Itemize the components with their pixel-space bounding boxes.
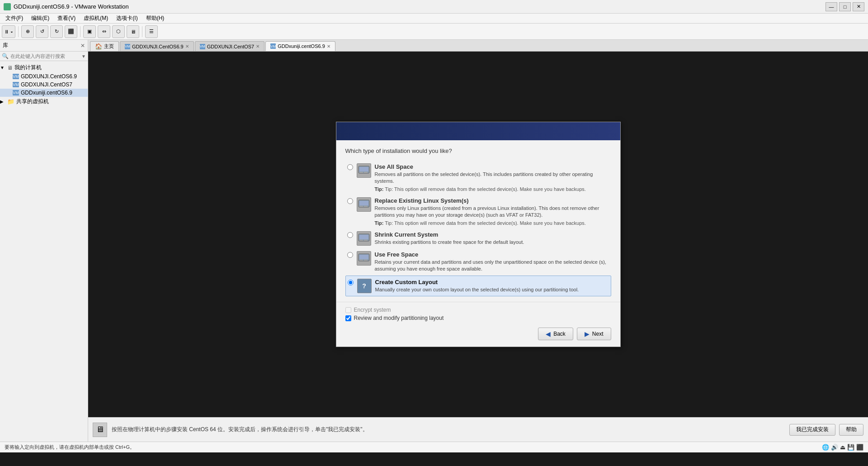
- option-create-custom[interactable]: ? Create Custom Layout Manually create y…: [345, 276, 611, 296]
- toolbar-sep-2: [80, 26, 80, 37]
- search-input[interactable]: [10, 53, 80, 59]
- tab-vm-2-label: GDDXUNJI.CentOS7: [207, 44, 255, 49]
- svg-rect-11: [364, 240, 368, 241]
- toolbar-btn-view1[interactable]: ▣: [83, 25, 96, 38]
- toolbar-btn-add[interactable]: ⊕: [21, 25, 34, 38]
- tab-home[interactable]: 🏠 主页: [90, 41, 119, 51]
- encrypt-checkbox-row: Encrypt system: [345, 307, 611, 313]
- menu-tabs[interactable]: 选项卡(I): [113, 14, 141, 23]
- svg-rect-6: [359, 206, 363, 207]
- option-icon-3: [357, 231, 371, 246]
- tab-vm-icon-2: VM: [200, 44, 205, 49]
- option-title-3: Shrink Current System: [375, 231, 609, 238]
- tab-vm-2-close[interactable]: ✕: [256, 44, 259, 49]
- option-use-all-space[interactable]: Use All Space Removes all partitions on …: [345, 161, 611, 195]
- toolbar-btn-view2[interactable]: ⇔: [98, 25, 110, 38]
- sidebar-close-icon[interactable]: ✕: [80, 43, 85, 49]
- option-use-free-space[interactable]: Use Free Space Retains your current data…: [345, 248, 611, 276]
- sidebar-header: 库 ✕: [0, 40, 88, 52]
- help-button[interactable]: 帮助: [839, 424, 863, 436]
- radio-shrink-current[interactable]: [347, 232, 353, 238]
- radio-replace-linux[interactable]: [347, 198, 353, 204]
- usb-icon: ⏏: [840, 444, 845, 451]
- sidebar-search-row: 🔍 ▼: [0, 52, 88, 61]
- review-checkbox[interactable]: [345, 315, 351, 321]
- sidebar-item-vm-3[interactable]: VM GDDxuniji.centOS6.9: [0, 89, 88, 97]
- toolbar-btn-undo[interactable]: ↺: [36, 25, 48, 38]
- back-button[interactable]: ◀ Back: [538, 328, 573, 340]
- sidebar-item-my-computer[interactable]: ▼ 🖥 我的计算机: [0, 63, 88, 72]
- toolbar-btn-view4[interactable]: 🖥: [127, 25, 139, 38]
- close-button[interactable]: ✕: [853, 2, 864, 11]
- tab-vm-3[interactable]: VM GDDxuniji.centOS6.9 ✕: [265, 41, 335, 51]
- toolbar-btn-fullscreen[interactable]: ⬛: [65, 25, 77, 38]
- status-text: 要将输入定向到虚拟机，请在虚拟机内部单击或按 Ctrl+G。: [5, 444, 135, 451]
- sidebar-item-vm-2[interactable]: VM GDDXUNJI.CentOS7: [0, 81, 88, 89]
- option-title-1: Use All Space: [375, 163, 609, 170]
- sidebar-tree: ▼ 🖥 我的计算机 VM GDDXUNJI.CentOS6.9 VM GDDXU…: [0, 61, 88, 442]
- radio-use-all-space[interactable]: [347, 164, 353, 170]
- option-content-4: Use Free Space Retains your current data…: [375, 251, 609, 273]
- next-button[interactable]: ▶ Next: [577, 328, 611, 340]
- bottom-instruction-text: 按照在物理计算机中的步骤安装 CentOS 64 位。安装完成后，操作系统会进行…: [112, 426, 785, 433]
- expand-icon-status[interactable]: ⬛: [856, 444, 863, 451]
- installer-header: [336, 122, 620, 140]
- menu-view[interactable]: 查看(V): [54, 14, 79, 23]
- toolbar-btn-view3[interactable]: ⬡: [112, 25, 125, 38]
- title-bar-buttons: — □ ✕: [826, 2, 864, 11]
- toolbar: ⏸ ▾ ⊕ ↺ ↻ ⬛ ▣ ⇔ ⬡ 🖥 ☰: [0, 24, 868, 40]
- menu-file[interactable]: 文件(F): [2, 14, 27, 23]
- tab-vm-1-close[interactable]: ✕: [185, 44, 189, 49]
- toolbar-btn-extra[interactable]: ☰: [145, 25, 158, 38]
- hd-icon: 💾: [847, 444, 854, 451]
- title-bar: GDDxuniji.centOS6.9 - VMware Workstation…: [0, 0, 868, 14]
- svg-rect-5: [359, 201, 368, 205]
- option-shrink-current[interactable]: Shrink Current System Shrinks existing p…: [345, 228, 611, 248]
- maximize-button[interactable]: □: [839, 2, 851, 11]
- encrypt-checkbox[interactable]: [345, 307, 351, 313]
- search-icon: 🔍: [2, 53, 9, 59]
- option-icon-1: [357, 163, 371, 178]
- option-content-1: Use All Space Removes all partitions on …: [375, 163, 609, 192]
- menu-vm[interactable]: 虚拟机(M): [80, 14, 112, 23]
- option-content-5: Create Custom Layout Manually create you…: [375, 279, 609, 293]
- tab-vm-icon-3: VM: [270, 43, 276, 49]
- svg-rect-2: [359, 172, 363, 173]
- app-icon: [4, 3, 11, 10]
- search-dropdown-icon[interactable]: ▼: [81, 54, 86, 59]
- option-desc-2: Removes only Linux partitions (created f…: [375, 205, 609, 219]
- content-area: Which type of installation would you lik…: [88, 52, 868, 417]
- menu-bar: 文件(F) 编辑(E) 查看(V) 虚拟机(M) 选项卡(I) 帮助(H): [0, 14, 868, 24]
- bottom-actions: 我已完成安装 帮助: [789, 424, 863, 436]
- radio-create-custom[interactable]: [348, 280, 354, 285]
- vm-icon-3: VM: [13, 90, 19, 95]
- svg-rect-10: [359, 240, 363, 241]
- tab-home-label: 主页: [104, 43, 114, 50]
- installer-dialog: Which type of installation would you lik…: [336, 122, 621, 347]
- menu-help[interactable]: 帮助(H): [142, 14, 168, 23]
- toolbar-btn-redo[interactable]: ↻: [50, 25, 63, 38]
- bottom-bar: 🖥 按照在物理计算机中的步骤安装 CentOS 64 位。安装完成后，操作系统会…: [88, 417, 868, 442]
- back-label: Back: [553, 331, 566, 337]
- svg-rect-13: [359, 255, 368, 259]
- vm-2-label: GDDXUNJI.CentOS7: [21, 81, 72, 88]
- sidebar-item-vm-1[interactable]: VM GDDXUNJI.CentOS6.9: [0, 72, 88, 81]
- encrypt-label: Encrypt system: [354, 307, 391, 313]
- minimize-button[interactable]: —: [826, 2, 837, 11]
- pause-button[interactable]: ⏸ ▾: [2, 25, 15, 38]
- menu-edit[interactable]: 编辑(E): [28, 14, 53, 23]
- review-label: Review and modify partitioning layout: [354, 315, 444, 321]
- option-replace-linux[interactable]: Replace Existing Linux System(s) Removes…: [345, 195, 611, 228]
- option-icon-4: [357, 251, 371, 266]
- sidebar: 库 ✕ 🔍 ▼ ▼ 🖥 我的计算机 VM GDDXUNJI.CentOS6.9 …: [0, 40, 88, 442]
- sidebar-item-shared-vms[interactable]: ▶ 📁 共享的虚拟机: [0, 97, 88, 106]
- installer-footer: Encrypt system Review and modify partiti…: [336, 302, 620, 347]
- next-label: Next: [592, 331, 604, 337]
- tab-vm-2[interactable]: VM GDDXUNJI.CentOS7 ✕: [195, 41, 265, 51]
- vm-screen-icon: 🖥: [93, 423, 107, 437]
- tab-vm-1[interactable]: VM GDDXUNJI.CentOS6.9 ✕: [120, 41, 194, 51]
- sidebar-title: 库: [3, 42, 8, 49]
- finish-install-button[interactable]: 我已完成安装: [789, 424, 835, 436]
- tab-vm-3-close[interactable]: ✕: [327, 44, 330, 49]
- radio-use-free-space[interactable]: [347, 252, 353, 258]
